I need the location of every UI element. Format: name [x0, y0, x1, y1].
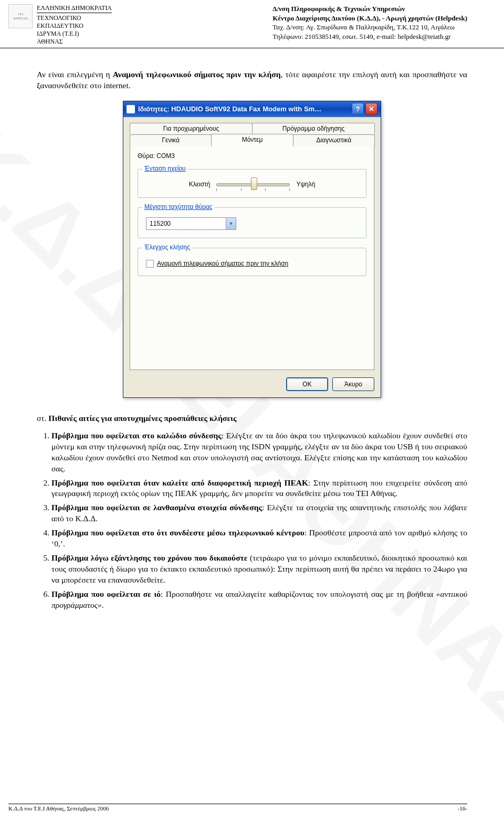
dialog-title-text: Ιδιότητες: HDAUDIO SoftV92 Data Fax Mode… [138, 105, 350, 113]
slider-high-label: Υψηλή [296, 181, 315, 188]
org-line-5: ΑΘΗΝΑΣ [37, 38, 112, 46]
phone-line: Τηλέφωνο: 2105385149, εσωτ. 5149, e-mail… [272, 32, 467, 41]
tab-general[interactable]: Γενικά [130, 134, 212, 146]
speaker-volume-group: Ένταση ηχείου Κλειστή Υψηλή [138, 169, 366, 198]
section-title: στ. Πιθανές αιτίες για αποτυχημένες προσ… [37, 414, 467, 423]
tab-diagnostics[interactable]: Διαγνωστικά [293, 134, 375, 146]
header: TEIΑΘΗΝΑΣ ΕΛΛΗΝΙΚΗ ΔΗΜΟΚΡΑΤΙΑ ΤΕΧΝΟΛΟΓΙΚ… [0, 0, 504, 48]
speed-group-label: Μέγιστη ταχύτητα θύρας [142, 203, 215, 210]
help-button[interactable]: ? [352, 103, 364, 115]
wait-dialtone-label: Αναμονή τηλεφωνικού σήματος πριν την κλή… [157, 260, 288, 267]
chevron-down-icon[interactable]: ▼ [226, 218, 236, 229]
tab-row-2: Γενικά Μόντεμ Διαγνωστικά [130, 134, 374, 146]
tei-logo-icon: TEIΑΘΗΝΑΣ [8, 4, 33, 28]
tab-driver[interactable]: Πρόγραμμα οδήγησης [252, 123, 375, 134]
slider-low-label: Κλειστή [189, 181, 211, 188]
speaker-group-label: Ένταση ηχείου [142, 165, 188, 172]
port-line: Θύρα: COM3 [138, 152, 366, 160]
tab-modem[interactable]: Μόντεμ [211, 134, 293, 146]
footer-page-number: -16- [458, 805, 467, 812]
org-line-1: ΕΛΛΗΝΙΚΗ ΔΗΜΟΚΡΑΤΙΑ [37, 4, 112, 13]
page-footer: Κ.Δ.Δ του Τ.Ε.Ι Αθήνας, Σεπτέμβριος 2006… [8, 804, 467, 812]
tab-advanced[interactable]: Για προχωρημένους [130, 123, 253, 134]
dialog-titlebar[interactable]: Ιδιότητες: HDAUDIO SoftV92 Data Fax Mode… [123, 101, 381, 117]
wait-dialtone-checkbox[interactable] [146, 260, 154, 268]
problem-4: Πρόβλημα που οφείλεται στο ότι συνδέεστε… [51, 528, 467, 550]
max-port-speed-group: Μέγιστη ταχύτητα θύρας 115200 ▼ [138, 207, 366, 238]
org-line-2: ΤΕΧΝΟΛΟΓΙΚΟ [37, 14, 112, 22]
problem-6: Πρόβλημα που οφείλεται σε ιό: Προσπαθήστ… [51, 589, 467, 611]
org-line-3: ΕΚΠΑΙΔΕΥΤΙΚΟ [37, 22, 112, 30]
cancel-button[interactable]: Άκυρο [332, 377, 374, 391]
ok-button[interactable]: OK [286, 377, 328, 391]
close-button[interactable]: ✕ [365, 103, 377, 115]
problem-3: Πρόβλημα που οφείλεται σε λανθασμένα στο… [51, 502, 467, 524]
org-line-4: ΙΔΡΥΜΑ (Τ.Ε.Ι) [37, 30, 112, 38]
dialog-body: Για προχωρημένους Πρόγραμμα οδήγησης Γεν… [123, 117, 381, 397]
document-page: Κ.Δ.Δ ΤΕΙ ΑΘΗΝΑΣ TEIΑΘΗΝΑΣ ΕΛΛΗΝΙΚΗ ΔΗΜΟ… [0, 0, 504, 822]
modem-properties-dialog: Ιδιότητες: HDAUDIO SoftV92 Data Fax Mode… [123, 101, 381, 398]
modem-tab-panel: Θύρα: COM3 Ένταση ηχείου Κλειστή Υψηλή [130, 145, 374, 370]
dial-group-label: Έλεγχος κλήσης [142, 244, 192, 251]
intro-paragraph: Αν είναι επιλεγμένη η Αναμονή τηλεφωνικο… [37, 69, 467, 91]
problem-1: Πρόβλημα που οφείλεται στο καλώδιο σύνδε… [51, 430, 467, 475]
org-block: ΕΛΛΗΝΙΚΗ ΔΗΜΟΚΡΑΤΙΑ ΤΕΧΝΟΛΟΓΙΚΟ ΕΚΠΑΙΔΕΥ… [37, 4, 112, 46]
problems-list: Πρόβλημα που οφείλεται στο καλώδιο σύνδε… [37, 430, 467, 611]
dept-line-1: Δ/νση Πληροφορικής & Τεχνικών Υπηρεσιών [272, 4, 467, 14]
problem-2: Πρόβλημα που οφείλεται όταν καλείτε από … [51, 478, 467, 500]
header-contact: Δ/νση Πληροφορικής & Τεχνικών Υπηρεσιών … [272, 4, 467, 41]
problem-5: Πρόβλημα λόγω εξάντλησης του χρόνου που … [51, 553, 467, 586]
device-icon [127, 105, 135, 113]
dept-line-2: Κέντρο Διαχείρισης Δικτύου (Κ.Δ.Δ), - Αρ… [272, 14, 467, 23]
tab-row-1: Για προχωρημένους Πρόγραμμα οδήγησης [130, 122, 374, 133]
volume-slider[interactable] [216, 179, 290, 189]
dial-control-group: Έλεγχος κλήσης Αναμονή τηλεφωνικού σήματ… [138, 248, 366, 276]
port-speed-combo[interactable]: 115200 ▼ [146, 217, 236, 230]
footer-left: Κ.Δ.Δ του Τ.Ε.Ι Αθήνας, Σεπτέμβριος 2006 [8, 805, 109, 812]
port-speed-value: 115200 [146, 220, 226, 227]
address-line: Ταχ. Δ/νση: Αγ. Σπυρίδωνα & Παλληκαρίδη,… [272, 23, 467, 32]
